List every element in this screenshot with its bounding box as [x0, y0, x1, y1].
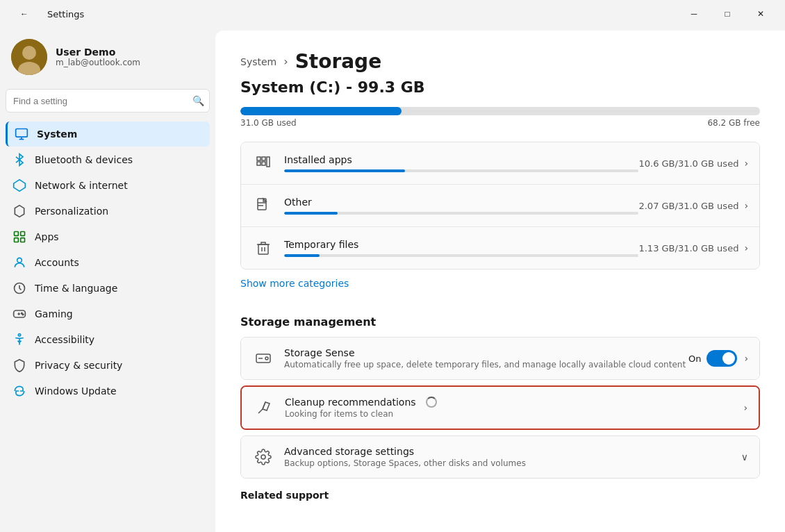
sidebar-item-privacy[interactable]: Privacy & security	[6, 353, 210, 378]
svg-marker-6	[14, 180, 26, 192]
nav-item-label: Windows Update	[35, 385, 117, 397]
breadcrumb: System › Storage	[240, 50, 760, 73]
category-bar-track	[284, 169, 638, 172]
management-item-wrapper-advanced: Advanced storage settings Backup options…	[240, 435, 760, 479]
sidebar-item-system[interactable]: System	[6, 122, 210, 147]
loading-spinner	[426, 397, 437, 408]
gear-icon	[252, 446, 274, 468]
storage-bar-fill	[240, 107, 402, 115]
category-title: Other	[284, 197, 638, 208]
back-button[interactable]: ←	[8, 3, 40, 25]
trash-icon	[252, 237, 274, 259]
category-content: Installed apps	[284, 154, 638, 172]
user-profile: User Demo m_lab@outlook.com	[6, 28, 210, 86]
svg-rect-7	[15, 232, 19, 236]
shield-icon	[13, 358, 26, 372]
chevron-right-icon: ›	[744, 242, 748, 253]
file-icon	[252, 194, 274, 217]
bluetooth-icon	[13, 153, 26, 167]
category-item-installed-apps[interactable]: Installed apps 10.6 GB/31.0 GB used ›	[241, 142, 759, 185]
category-title: Installed apps	[284, 154, 638, 165]
storage-bar-container: 31.0 GB used 68.2 GB free	[240, 107, 760, 128]
sidebar-item-accounts[interactable]: Accounts	[6, 250, 210, 275]
management-item-cleanup[interactable]: Cleanup recommendations Looking for item…	[242, 387, 759, 429]
search-icon: 🔍	[192, 95, 204, 106]
svg-rect-21	[257, 162, 261, 165]
management-item-storage-sense[interactable]: Storage Sense Automatically free up spac…	[241, 338, 759, 379]
show-more-link[interactable]: Show more categories	[240, 278, 349, 289]
maximize-button[interactable]: □	[711, 3, 743, 25]
apps-icon	[252, 152, 274, 174]
management-card: Storage Sense Automatically free up spac…	[240, 337, 760, 479]
svg-point-29	[265, 357, 268, 360]
clock-icon	[13, 281, 26, 295]
storage-free-label: 68.2 GB free	[707, 118, 760, 128]
avatar	[11, 39, 47, 75]
expand-icon: ∨	[741, 451, 748, 463]
sidebar-item-update[interactable]: Windows Update	[6, 379, 210, 404]
app-title: Settings	[47, 9, 84, 19]
update-icon	[13, 384, 26, 398]
game-icon	[13, 307, 26, 321]
sidebar-item-accessibility[interactable]: Accessibility	[6, 327, 210, 352]
nav-list: System Bluetooth & devices Network & int…	[6, 121, 210, 404]
nav-item-label: System	[37, 128, 77, 140]
toggle-knob	[722, 352, 735, 365]
category-item-other[interactable]: Other 2.07 GB/31.0 GB used ›	[241, 185, 759, 227]
storage-management-section: Storage management Storage Sense Automat…	[240, 315, 760, 479]
apps-icon	[13, 230, 26, 244]
app-body: User Demo m_lab@outlook.com 🔍 System Blu…	[0, 28, 785, 532]
chevron-right-icon: ›	[744, 200, 748, 211]
management-item-content: Advanced storage settings Backup options…	[284, 446, 741, 468]
chevron-right-icon: ›	[743, 402, 747, 413]
svg-point-1	[22, 46, 36, 60]
category-title: Temporary files	[284, 239, 638, 250]
category-content: Temporary files	[284, 239, 638, 257]
categories-card: Installed apps 10.6 GB/31.0 GB used › Ot…	[240, 142, 760, 269]
sidebar-item-apps[interactable]: Apps	[6, 224, 210, 249]
titlebar-controls: ─ □ ✕	[678, 3, 777, 25]
sidebar-item-bluetooth[interactable]: Bluetooth & devices	[6, 147, 210, 172]
svg-rect-23	[267, 157, 270, 167]
nav-item-label: Network & internet	[35, 180, 128, 191]
management-item-title: Storage Sense	[284, 347, 688, 358]
sidebar-item-time[interactable]: Time & language	[6, 276, 210, 301]
svg-point-17	[22, 314, 24, 315]
accessibility-icon	[13, 333, 26, 347]
management-item-advanced[interactable]: Advanced storage settings Backup options…	[241, 436, 759, 478]
storage-management-title: Storage management	[240, 315, 760, 329]
drive-icon	[252, 347, 274, 369]
management-item-title: Advanced storage settings	[284, 446, 741, 457]
category-value: 2.07 GB/31.0 GB used	[638, 201, 738, 211]
toggle-switch[interactable]	[706, 350, 737, 367]
sidebar-item-gaming[interactable]: Gaming	[6, 301, 210, 326]
sidebar: User Demo m_lab@outlook.com 🔍 System Blu…	[0, 28, 215, 532]
user-email: m_lab@outlook.com	[56, 58, 140, 67]
svg-rect-3	[16, 129, 28, 138]
minimize-button[interactable]: ─	[678, 3, 710, 25]
chevron-right-icon: ›	[744, 158, 748, 169]
titlebar-left: ← Settings	[8, 3, 84, 25]
storage-bar-track	[240, 107, 760, 115]
category-bar-fill	[284, 169, 405, 172]
management-item-subtitle: Automatically free up space, delete temp…	[284, 360, 688, 369]
user-info: User Demo m_lab@outlook.com	[56, 47, 140, 67]
nav-item-label: Apps	[35, 231, 59, 242]
sidebar-item-network[interactable]: Network & internet	[6, 173, 210, 198]
svg-rect-20	[262, 157, 265, 160]
close-button[interactable]: ✕	[745, 3, 777, 25]
sidebar-item-personalization[interactable]: Personalization	[6, 199, 210, 224]
management-item-subtitle: Looking for items to clean	[285, 409, 743, 419]
search-box: 🔍	[6, 89, 210, 113]
svg-rect-10	[21, 238, 25, 242]
main-content: System › Storage System (C:) - 99.3 GB 3…	[215, 31, 785, 532]
search-input[interactable]	[6, 89, 210, 113]
category-bar-fill	[284, 212, 338, 215]
titlebar: ← Settings ─ □ ✕	[0, 0, 785, 28]
svg-rect-8	[21, 232, 25, 236]
category-item-temporary-files[interactable]: Temporary files 1.13 GB/31.0 GB used ›	[241, 227, 759, 269]
breadcrumb-separator: ›	[283, 55, 288, 68]
related-support-label: Related support	[240, 490, 760, 501]
nav-item-label: Accounts	[35, 257, 79, 268]
nav-item-label: Gaming	[35, 308, 73, 319]
